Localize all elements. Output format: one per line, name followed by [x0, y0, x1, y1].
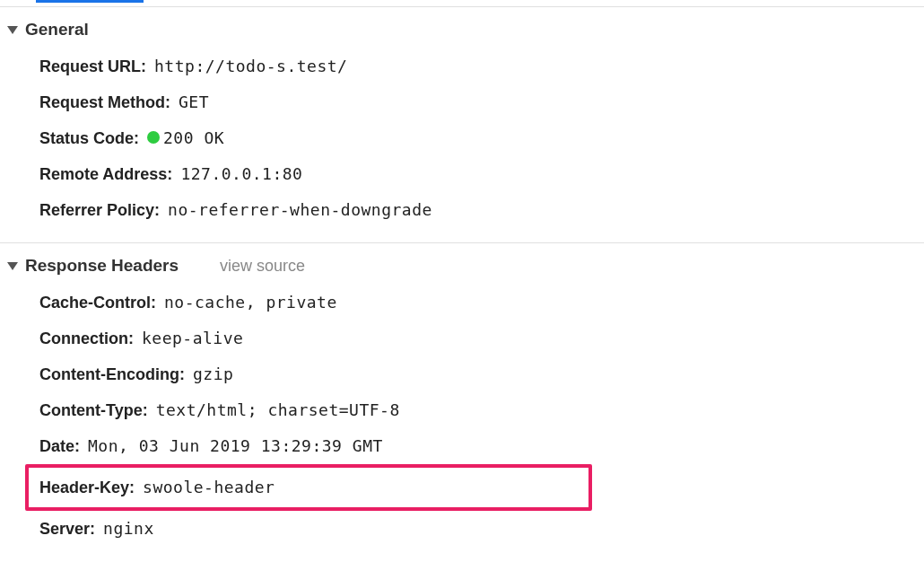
- date-value: Mon, 03 Jun 2019 13:29:39 GMT: [88, 436, 383, 455]
- header-key-label: Header-Key:: [39, 479, 135, 496]
- server-row: Server: nginx: [0, 511, 924, 547]
- server-label: Server:: [39, 520, 95, 538]
- response-headers-section: Response Headers view source Cache-Contr…: [0, 242, 924, 561]
- cache-control-value: no-cache, private: [164, 293, 337, 312]
- chevron-down-icon[interactable]: [7, 26, 18, 34]
- content-encoding-row: Content-Encoding: gzip: [0, 356, 924, 392]
- cache-control-label: Cache-Control:: [39, 294, 156, 312]
- referrer-policy-label: Referrer Policy:: [39, 201, 160, 219]
- content-type-label: Content-Type:: [39, 401, 148, 419]
- request-method-row: Request Method: GET: [0, 84, 924, 120]
- remote-address-label: Remote Address:: [39, 165, 172, 183]
- general-section: General Request URL: http://todo-s.test/…: [0, 6, 924, 242]
- request-url-label: Request URL:: [39, 57, 146, 75]
- general-title: General: [25, 20, 89, 40]
- response-headers-section-header[interactable]: Response Headers view source: [0, 252, 924, 285]
- status-code-value: 200 OK: [147, 128, 224, 147]
- response-headers-title: Response Headers: [25, 256, 179, 276]
- status-code-label: Status Code:: [39, 129, 139, 147]
- header-key-row: Header-Key: swoole-header: [39, 470, 588, 505]
- content-type-value: text/html; charset=UTF-8: [156, 400, 400, 419]
- view-source-link[interactable]: view source: [220, 257, 305, 276]
- server-value: nginx: [103, 519, 154, 538]
- request-method-value: GET: [179, 92, 209, 111]
- date-row: Date: Mon, 03 Jun 2019 13:29:39 GMT: [0, 428, 924, 464]
- status-code-row: Status Code: 200 OK: [0, 120, 924, 156]
- content-encoding-value: gzip: [193, 364, 233, 383]
- remote-address-row: Remote Address: 127.0.0.1:80: [0, 156, 924, 192]
- highlight-annotation: Header-Key: swoole-header: [25, 464, 592, 511]
- status-ok-icon: [147, 131, 160, 144]
- request-url-value: http://todo-s.test/: [154, 57, 347, 75]
- tab-indicator: [36, 0, 144, 3]
- general-section-header[interactable]: General: [0, 16, 924, 48]
- request-url-row: Request URL: http://todo-s.test/: [0, 48, 924, 84]
- cache-control-row: Cache-Control: no-cache, private: [0, 285, 924, 321]
- remote-address-value: 127.0.0.1:80: [180, 164, 302, 183]
- connection-label: Connection:: [39, 329, 134, 347]
- request-method-label: Request Method:: [39, 93, 170, 111]
- chevron-down-icon[interactable]: [7, 262, 18, 270]
- connection-row: Connection: keep-alive: [0, 321, 924, 356]
- connection-value: keep-alive: [142, 329, 243, 347]
- content-type-row: Content-Type: text/html; charset=UTF-8: [0, 392, 924, 428]
- content-encoding-label: Content-Encoding:: [39, 365, 185, 383]
- header-key-value: swoole-header: [143, 478, 275, 496]
- referrer-policy-row: Referrer Policy: no-referrer-when-downgr…: [0, 192, 924, 228]
- date-label: Date:: [39, 437, 80, 455]
- referrer-policy-value: no-referrer-when-downgrade: [168, 200, 432, 219]
